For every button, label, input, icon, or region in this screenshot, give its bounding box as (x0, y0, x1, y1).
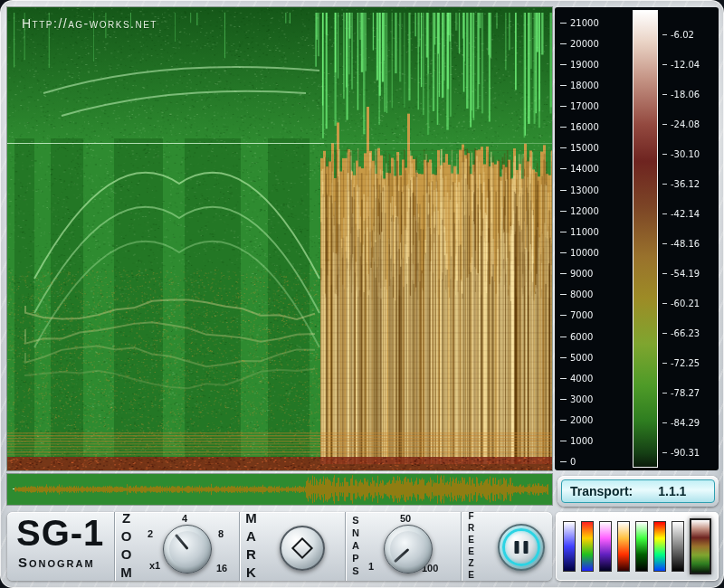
freq-tick: 21000 (560, 18, 625, 27)
db-tick: -42.14 (662, 209, 717, 218)
logo-name: Sonogram (18, 555, 95, 570)
db-tick: -48.16 (662, 239, 717, 248)
db-tick: -60.21 (662, 299, 717, 308)
logo-section: SG-1 Sonogram (7, 512, 114, 581)
freq-tick: 6000 (560, 332, 625, 341)
zoom-knob[interactable] (163, 525, 212, 574)
snaps-label: SNAPS (350, 515, 360, 578)
scale-panel: 2100020000190001800017000160001500014000… (555, 7, 719, 470)
freq-tick: 2000 (560, 416, 625, 425)
freq-tick: 14000 (560, 165, 625, 174)
mark-section: MARK (239, 512, 345, 581)
pause-icon (515, 541, 529, 554)
freq-tick: 16000 (560, 123, 625, 132)
zoom-tick-8: 8 (218, 528, 224, 539)
spectrogram-panel: Http://ag-works.net (7, 7, 552, 470)
transport-readout: Transport: 1.1.1 (561, 479, 715, 503)
db-tick: -78.27 (662, 388, 717, 397)
db-tick: -36.12 (662, 179, 717, 188)
freq-tick: 20000 (560, 39, 625, 48)
db-tick: -24.08 (662, 119, 717, 128)
palette-swatch-rainbow[interactable] (581, 521, 594, 572)
zoom-section: ZOOM 4 2 8 x1 16 (114, 512, 239, 581)
transport-label: Transport: (570, 484, 633, 498)
freq-tick: 13000 (560, 185, 625, 194)
db-tick: -30.10 (662, 149, 717, 158)
db-tick: -18.06 (662, 90, 717, 99)
snaps-section: SNAPS 50 1 100 (345, 512, 461, 581)
db-tick: -66.23 (662, 328, 717, 337)
freq-tick: 3000 (560, 395, 625, 404)
palette-swatch-sono[interactable] (690, 518, 711, 574)
transport-value: 1.1.1 (658, 484, 686, 498)
db-tick: -90.31 (662, 448, 717, 457)
snaps-knob[interactable] (384, 525, 433, 574)
logo-model: SG-1 (16, 513, 104, 554)
freq-tick: 10000 (560, 249, 625, 258)
freq-tick: 11000 (560, 227, 625, 236)
db-tick: -54.19 (662, 269, 717, 278)
control-bar: SG-1 Sonogram ZOOM 4 2 8 x1 16 MARK SNAP… (7, 512, 552, 581)
freeze-button[interactable] (498, 524, 545, 571)
zoom-tick-x1: x1 (149, 560, 160, 571)
freq-tick: 12000 (560, 206, 625, 215)
spectrogram-display[interactable] (7, 7, 552, 470)
palette-swatch-gray[interactable] (672, 521, 684, 572)
freq-tick: 19000 (560, 60, 625, 69)
snaps-tick-1: 1 (368, 561, 374, 572)
mark-button[interactable] (280, 526, 325, 571)
freq-tick: 7000 (560, 311, 625, 320)
freq-tick: 1000 (560, 437, 625, 446)
freq-tick: 4000 (560, 374, 625, 383)
snaps-tick-50: 50 (400, 513, 411, 524)
diamond-icon (291, 537, 313, 559)
frequency-axis: 2100020000190001800017000160001500014000… (560, 18, 625, 467)
palette-swatch-violet[interactable] (599, 521, 612, 572)
freq-tick: 18000 (560, 81, 625, 90)
palette-swatch-fire[interactable] (617, 521, 630, 572)
db-tick: -6.02 (662, 30, 717, 39)
freq-tick: 9000 (560, 270, 625, 279)
db-tick: -72.25 (662, 358, 717, 367)
freeze-section: FREEZE (461, 512, 556, 581)
color-scale-bar (633, 10, 658, 468)
palette-swatch-green[interactable] (635, 521, 648, 572)
freeze-label: FREEZE (466, 511, 475, 582)
db-tick: -12.04 (662, 60, 717, 69)
db-tick: -84.29 (662, 418, 717, 427)
waveform-display[interactable] (7, 474, 552, 505)
zoom-tick-2: 2 (148, 528, 153, 539)
freq-tick: 0 (560, 458, 625, 467)
palette-swatch-spectrum[interactable] (653, 521, 666, 572)
freq-tick: 5000 (560, 353, 625, 362)
watermark: Http://ag-works.net (22, 16, 157, 31)
freq-tick: 15000 (560, 144, 625, 153)
transport-panel: Transport: 1.1.1 (557, 476, 719, 507)
palette-selector (556, 512, 719, 581)
mark-label: MARK (244, 510, 258, 583)
freq-tick: 8000 (560, 290, 625, 299)
freq-tick: 17000 (560, 102, 625, 111)
palette-swatch-blue[interactable] (563, 521, 576, 572)
db-scale: -6.02-12.04-18.06-24.08-30.10-36.12-42.1… (662, 30, 717, 457)
zoom-label: ZOOM (119, 510, 133, 583)
zoom-tick-4: 4 (182, 513, 187, 524)
zoom-tick-16: 16 (216, 563, 227, 574)
